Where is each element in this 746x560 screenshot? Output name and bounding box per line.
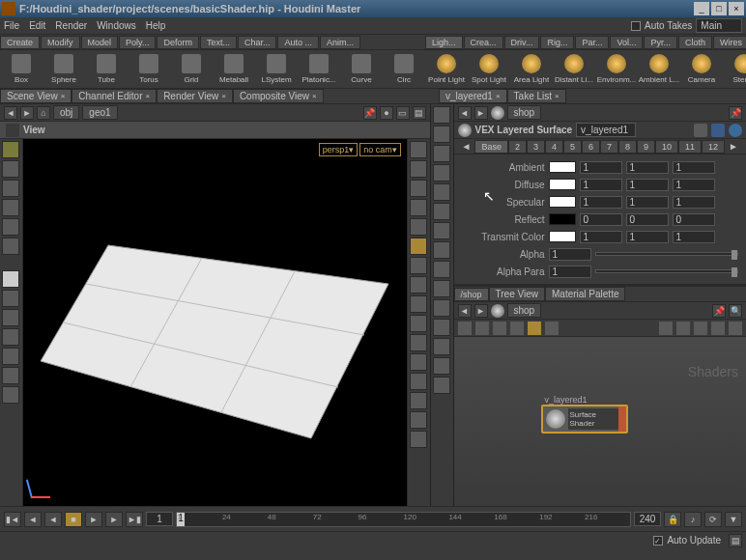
- prev-frame-button[interactable]: ◄: [24, 512, 42, 527]
- nav-fwd-button[interactable]: ►: [474, 106, 488, 120]
- pane-tab-channel[interactable]: Channel Editor×: [72, 89, 157, 103]
- shelf-tab[interactable]: Text...: [200, 36, 237, 49]
- param-value[interactable]: 1: [580, 179, 622, 191]
- pane-tab-param[interactable]: v_layered1×: [439, 89, 507, 103]
- shelf-item[interactable]: Curve: [344, 54, 379, 84]
- shelf-tab[interactable]: Anim...: [320, 36, 360, 49]
- shelf-tab[interactable]: Rig...: [540, 36, 574, 49]
- net-tab-path[interactable]: /shop: [454, 288, 489, 301]
- color-swatch[interactable]: [549, 231, 576, 242]
- path-segment[interactable]: shop: [507, 105, 542, 120]
- color-swatch[interactable]: [549, 213, 576, 225]
- tool-button[interactable]: [2, 309, 19, 326]
- mid-tool[interactable]: [433, 164, 450, 182]
- param-value[interactable]: 1: [626, 196, 669, 209]
- layer-tab[interactable]: 12: [702, 140, 725, 154]
- tool-button[interactable]: [2, 238, 19, 255]
- menu-render[interactable]: Render: [55, 20, 87, 31]
- nav-fwd-button[interactable]: ►: [20, 106, 34, 120]
- display-option[interactable]: [410, 257, 427, 274]
- view-menu-button[interactable]: [6, 124, 19, 137]
- shelf-tab[interactable]: Par...: [575, 36, 609, 49]
- shelf-tab[interactable]: Vol...: [610, 36, 643, 49]
- display-option[interactable]: [410, 353, 427, 371]
- param-value[interactable]: 1: [580, 231, 622, 243]
- display-option[interactable]: [410, 238, 427, 255]
- shelf-item[interactable]: Circ: [387, 54, 421, 84]
- tool-button[interactable]: [2, 386, 19, 404]
- arrow-tool[interactable]: [2, 270, 19, 288]
- display-option[interactable]: [410, 141, 427, 158]
- display-option[interactable]: [410, 334, 427, 351]
- status-icon[interactable]: ▤: [729, 534, 742, 547]
- minimize-button[interactable]: _: [694, 2, 709, 15]
- shelf-item[interactable]: Spot Light: [472, 54, 506, 84]
- param-value[interactable]: 0: [673, 213, 715, 226]
- tab-right-arrow[interactable]: ►: [725, 141, 742, 152]
- layer-tab[interactable]: Base: [474, 140, 508, 154]
- mid-tool[interactable]: [433, 203, 450, 220]
- shelf-tab[interactable]: Crea...: [464, 36, 503, 49]
- mid-tool[interactable]: [433, 183, 450, 201]
- display-option[interactable]: [410, 180, 427, 197]
- viewport[interactable]: persp1▾ no cam▾: [23, 139, 407, 506]
- cam-dropdown[interactable]: no cam▾: [359, 143, 401, 156]
- pin-icon[interactable]: 📌: [729, 106, 742, 120]
- shelf-item[interactable]: Sterec: [727, 54, 746, 84]
- display-option[interactable]: [410, 295, 427, 313]
- path-segment[interactable]: geo1: [82, 105, 117, 120]
- display-option[interactable]: [410, 199, 427, 216]
- display-option[interactable]: [410, 160, 427, 178]
- display-option[interactable]: [410, 411, 427, 429]
- shelf-tab[interactable]: Auto ...: [277, 36, 319, 49]
- display-option[interactable]: [410, 276, 427, 294]
- param-value[interactable]: 1: [626, 179, 669, 191]
- param-value[interactable]: 1: [673, 161, 715, 174]
- pane-tab-render[interactable]: Render View×: [157, 89, 233, 103]
- close-icon[interactable]: ×: [221, 92, 226, 100]
- net-tool[interactable]: [528, 322, 541, 335]
- shader-node[interactable]: v_layered1 Surface Shader: [541, 395, 628, 434]
- net-tool[interactable]: [676, 322, 690, 335]
- nav-fwd-button[interactable]: ►: [474, 304, 488, 318]
- net-tool[interactable]: [510, 322, 524, 335]
- shelf-item[interactable]: LSystem: [259, 54, 294, 84]
- net-tool[interactable]: [545, 322, 559, 335]
- display-option[interactable]: [410, 392, 427, 409]
- timeline-ruler[interactable]: 1 124487296120144168192216: [176, 512, 631, 527]
- select-tool[interactable]: [2, 141, 19, 158]
- shelf-item[interactable]: Sphere: [46, 54, 81, 84]
- find-icon[interactable]: 🔍: [729, 304, 742, 318]
- shelf-tab[interactable]: Wires: [713, 36, 746, 49]
- shelf-item[interactable]: Distant Li...: [557, 54, 591, 84]
- close-icon[interactable]: ×: [555, 92, 560, 100]
- shelf-item[interactable]: Point Light: [429, 54, 464, 84]
- end-frame-input[interactable]: [634, 512, 661, 526]
- shelf-tab[interactable]: Model: [81, 36, 119, 49]
- path-segment[interactable]: shop: [507, 303, 542, 318]
- param-value[interactable]: 1: [549, 248, 591, 261]
- tool-button[interactable]: [2, 218, 19, 236]
- take-dropdown[interactable]: Main: [696, 18, 742, 33]
- net-tool[interactable]: [493, 322, 506, 335]
- nav-back-button[interactable]: ◄: [458, 106, 472, 120]
- tool-button[interactable]: [2, 160, 19, 178]
- tool-button[interactable]: [2, 290, 19, 307]
- close-icon[interactable]: ×: [312, 92, 317, 100]
- net-tool[interactable]: [475, 322, 489, 335]
- shelf-item[interactable]: Ambient L...: [642, 54, 676, 84]
- menu-edit[interactable]: Edit: [29, 20, 45, 31]
- tool-button[interactable]: [2, 199, 19, 216]
- mid-tool[interactable]: [433, 126, 450, 143]
- shelf-item[interactable]: Environm...: [599, 54, 634, 84]
- net-tool[interactable]: [711, 322, 725, 335]
- color-swatch[interactable]: [549, 179, 576, 190]
- net-tool[interactable]: [694, 322, 707, 335]
- range-lock-icon[interactable]: 🔒: [664, 512, 681, 527]
- play-button[interactable]: ►: [85, 512, 102, 527]
- display-option[interactable]: [410, 218, 427, 236]
- shelf-tab[interactable]: Deform: [157, 36, 199, 49]
- param-slider[interactable]: [595, 252, 739, 256]
- net-tool[interactable]: [458, 322, 472, 335]
- net-tool[interactable]: [729, 322, 742, 335]
